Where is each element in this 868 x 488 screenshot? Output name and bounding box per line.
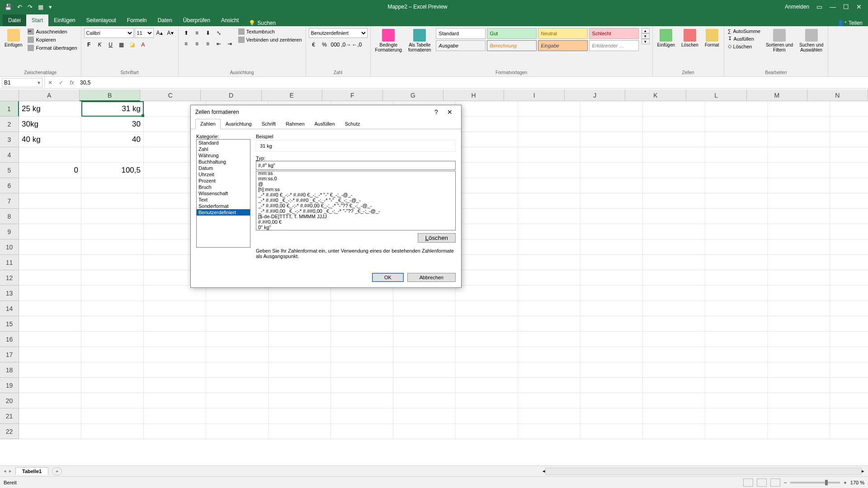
cell-B10[interactable] [81,239,144,255]
row-header-5[interactable]: 5 [0,163,19,178]
category-item[interactable]: Prozent [197,178,250,184]
cell-N13[interactable] [830,286,868,301]
font-name-select[interactable]: Calibri [84,28,134,38]
autosum-button[interactable]: ∑AutoSumme [727,28,761,34]
dlg-tab-zahlen[interactable]: Zahlen [195,119,221,129]
format-as-table-button[interactable]: Als Tabelle formatieren [406,28,433,53]
cell-B3[interactable]: 40 [81,132,144,147]
cancel-formula-icon[interactable]: ✕ [45,80,56,86]
cell-K8[interactable] [643,209,705,224]
cell-H15[interactable] [456,316,518,332]
align-middle-icon[interactable]: ≡ [192,28,202,38]
qa-undo-icon[interactable]: ↶ [17,4,22,10]
cell-M5[interactable] [768,163,830,178]
cell-N22[interactable] [830,424,868,439]
cell-G19[interactable] [393,378,456,393]
percent-icon[interactable]: % [320,40,330,50]
cell-I2[interactable] [518,117,580,132]
cell-D15[interactable] [206,316,269,332]
cell-K3[interactable] [643,132,705,147]
cell-K11[interactable] [643,255,705,270]
cell-F19[interactable] [331,378,393,393]
cell-D17[interactable] [206,347,269,362]
cell-E20[interactable] [269,393,331,408]
cell-M10[interactable] [768,239,830,255]
cell-E13[interactable] [269,286,331,301]
cell-H4[interactable] [456,147,518,163]
cell-G17[interactable] [393,347,456,362]
cell-L22[interactable] [705,424,768,439]
currency-icon[interactable]: € [309,40,319,50]
cell-N4[interactable] [830,147,868,163]
cell-J18[interactable] [580,362,643,378]
category-item[interactable]: Datum [197,165,250,171]
category-item[interactable]: Währung [197,152,250,159]
zoom-in-icon[interactable]: + [844,480,846,485]
cell-M12[interactable] [768,270,830,286]
cell-J22[interactable] [580,424,643,439]
cell-N21[interactable] [830,408,868,424]
cell-L10[interactable] [705,239,768,255]
cell-B2[interactable]: 30 [81,117,144,132]
cell-I17[interactable] [518,347,580,362]
row-header-19[interactable]: 19 [0,378,19,393]
cell-E19[interactable] [269,378,331,393]
cell-H5[interactable] [456,163,518,178]
view-normal-icon[interactable] [743,479,753,487]
add-sheet-button[interactable]: + [52,467,62,475]
cell-H8[interactable] [456,209,518,224]
cell-M15[interactable] [768,316,830,332]
tab-start[interactable]: Start [26,14,48,26]
cell-G22[interactable] [393,424,456,439]
cell-L16[interactable] [705,332,768,347]
cell-K19[interactable] [643,378,705,393]
cell-C15[interactable] [144,316,206,332]
cell-A13[interactable] [19,286,81,301]
cell-I12[interactable] [518,270,580,286]
cell-H6[interactable] [456,178,518,193]
cell-J15[interactable] [580,316,643,332]
cell-M9[interactable] [768,224,830,239]
cell-F17[interactable] [331,347,393,362]
formula-input[interactable]: 30,5 [77,78,868,87]
cell-I22[interactable] [518,424,580,439]
cell-I9[interactable] [518,224,580,239]
category-item[interactable]: Zahl [197,146,250,152]
conditional-formatting-button[interactable]: Bedingte Formatierung [373,28,404,53]
cell-D19[interactable] [206,378,269,393]
cell-I6[interactable] [518,178,580,193]
cell-D14[interactable] [206,301,269,316]
zoom-slider[interactable] [790,482,840,483]
cell-M2[interactable] [768,117,830,132]
cell-J2[interactable] [580,117,643,132]
increase-decimal-icon[interactable]: ,0→ [341,40,351,50]
fill-color-button[interactable]: ◪ [127,40,137,50]
cell-F18[interactable] [331,362,393,378]
cell-I19[interactable] [518,378,580,393]
select-all-corner[interactable] [0,89,19,101]
cell-N17[interactable] [830,347,868,362]
qa-camera-icon[interactable]: ▦ [38,4,43,10]
cell-M18[interactable] [768,362,830,378]
category-item[interactable]: Uhrzeit [197,171,250,178]
cell-I4[interactable] [518,147,580,163]
cell-L18[interactable] [705,362,768,378]
cell-C16[interactable] [144,332,206,347]
cell-J14[interactable] [580,301,643,316]
cell-H3[interactable] [456,132,518,147]
cell-I1[interactable] [518,101,580,117]
cell-G14[interactable] [393,301,456,316]
row-header-14[interactable]: 14 [0,301,19,316]
cell-D22[interactable] [206,424,269,439]
dlg-tab-schutz[interactable]: Schutz [340,119,365,129]
cell-K6[interactable] [643,178,705,193]
cell-A2[interactable]: 30kg [19,117,81,132]
style-berechnung[interactable]: Berechnung [487,40,537,51]
type-list-item[interactable]: _-* #.##0,00 _€_-;-* #.##0,00 _€_-;_-* "… [256,208,455,214]
tab-daten[interactable]: Daten [152,14,178,26]
cell-L2[interactable] [705,117,768,132]
cell-E18[interactable] [269,362,331,378]
cell-J20[interactable] [580,393,643,408]
cell-C18[interactable] [144,362,206,378]
cell-A8[interactable] [19,209,81,224]
